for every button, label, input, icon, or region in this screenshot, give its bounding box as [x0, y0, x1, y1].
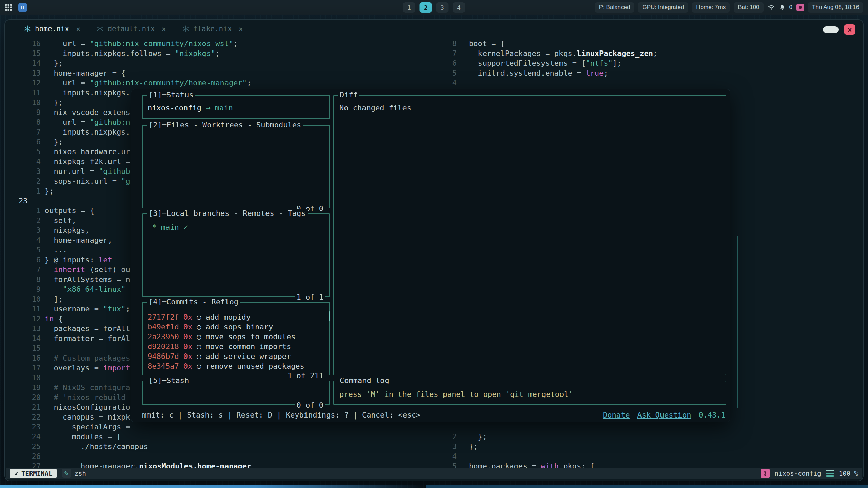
editor-pane-right-bottom[interactable]: 2 };3};45home.packages = with pkgs; [: [442, 432, 595, 471]
commit-row[interactable]: b49ef1d0x○add sops binary: [147, 322, 329, 332]
line-number: 7: [12, 127, 41, 137]
pin-toggle[interactable]: [823, 26, 839, 33]
status-chips: P: BalancedGPU: IntegratedHome: 7msBat: …: [595, 2, 764, 13]
commit-graph-icon: ○: [197, 342, 201, 351]
tab-close-icon[interactable]: ×: [161, 25, 166, 33]
line-number: 22: [12, 412, 41, 422]
lazygit-branches-panel[interactable]: [3]─Local branches - Remotes - Tags * ma…: [142, 214, 330, 297]
status-chip[interactable]: P: Balanced: [595, 2, 634, 13]
code-line[interactable]: 3};: [442, 442, 595, 451]
commit-row[interactable]: 2717f2f0x○add mopidy: [147, 312, 329, 322]
workspace-button-4[interactable]: 4: [453, 2, 465, 13]
status-chip[interactable]: Bat: 100: [734, 2, 763, 13]
list-icon[interactable]: [826, 470, 834, 477]
line-number: 8: [442, 39, 457, 48]
wifi-icon[interactable]: [768, 4, 775, 11]
tab-label: home.nix: [35, 25, 69, 33]
commit-row[interactable]: 8e345a70x○remove unused packages: [147, 361, 329, 371]
code-line[interactable]: 26: [12, 451, 251, 461]
commit-hash: 8e345a7: [147, 362, 179, 370]
code-line[interactable]: 12 url = "github:nix-community/home-mana…: [12, 78, 251, 88]
scrollbar-thumb[interactable]: [329, 311, 330, 321]
shell-label: zsh: [75, 470, 86, 477]
editor-scrollbar[interactable]: [737, 236, 738, 408]
line-number: 5: [12, 147, 41, 157]
line-number: 7: [12, 265, 41, 274]
lazygit-keybar: mmit: c | Stash: s | Reset: D | Keybindi…: [142, 411, 726, 419]
line-number: 10: [12, 98, 41, 107]
color-picker-icon[interactable]: [796, 4, 804, 11]
line-number: 4: [442, 451, 457, 461]
code-line[interactable]: 16 url = "github:nix-community/nixos-wsl…: [12, 39, 251, 48]
line-number: 15: [12, 48, 41, 58]
tab-close-icon[interactable]: ×: [239, 25, 243, 33]
commit-author: 0x: [183, 342, 193, 351]
code-line[interactable]: 5 initrd.systemd.enable = true;: [442, 68, 657, 78]
code-line[interactable]: 23 specialArgs =: [12, 422, 251, 432]
line-number: 14: [12, 333, 41, 343]
tab-default.nix[interactable]: default.nix×: [88, 20, 174, 38]
lazygit-command-log-panel[interactable]: Command log press 'M' in the files panel…: [333, 381, 726, 405]
keybindings-hint: mmit: c | Stash: s | Reset: D | Keybindi…: [142, 411, 420, 419]
code-line[interactable]: 6 supportedFilesystems = ["ntfs"];: [442, 58, 657, 68]
tab-home.nix[interactable]: home.nix×: [16, 20, 88, 38]
commit-message: add sops binary: [205, 323, 273, 331]
line-number: 13: [12, 324, 41, 333]
lazygit-status-panel[interactable]: [1]─Status nixos-config → main: [142, 95, 330, 119]
code-line[interactable]: 25 ./hosts/canopus: [12, 442, 251, 451]
status-chip[interactable]: Home: 7ms: [692, 2, 730, 13]
line-number: 21: [12, 402, 41, 412]
commit-hash: b49ef1d: [147, 323, 179, 331]
lazygit-commits-panel[interactable]: [4]─Commits - Reflog 2717f2f0x○add mopid…: [142, 302, 330, 375]
commit-row[interactable]: 2a239500x○move sops to modules: [147, 332, 329, 342]
code-line[interactable]: 24 modules = [: [12, 432, 251, 442]
commit-message: move sops to modules: [205, 332, 295, 341]
lazygit-files-panel[interactable]: [2]─Files - Worktrees - Submodules 0 of …: [142, 125, 330, 208]
workspace-button-1[interactable]: 1: [403, 2, 415, 13]
code-line[interactable]: 8boot = {: [442, 39, 657, 48]
line-number: 9: [12, 107, 41, 117]
tab-close-icon[interactable]: ×: [76, 25, 80, 33]
panel-title: [1]─Status: [147, 90, 195, 99]
window-close-button[interactable]: ×: [844, 24, 855, 35]
clock[interactable]: Thu Aug 08, 18:16: [808, 2, 863, 13]
nix-snowflake-icon: [97, 25, 103, 32]
panel-title: Diff: [338, 90, 359, 99]
ask-question-link[interactable]: Ask Question: [637, 411, 691, 419]
line-number: 6: [442, 58, 457, 68]
tab-flake.nix[interactable]: flake.nix×: [174, 20, 251, 38]
commit-author: 0x: [183, 313, 193, 321]
donate-link[interactable]: Donate: [603, 411, 630, 419]
code-line[interactable]: 7 kernelPackages = pkgs.linuxPackages_ze…: [442, 48, 657, 58]
code-line[interactable]: 2 };: [442, 432, 595, 442]
tab-label: default.nix: [107, 25, 155, 33]
commit-graph-icon: ○: [197, 352, 201, 361]
commit-hash: 9486b7d: [147, 352, 179, 361]
commit-hash: d920218: [147, 342, 179, 351]
code-line[interactable]: 15 inputs.nixpkgs.follows = "nixpkgs";: [12, 48, 251, 58]
workspace-button-2[interactable]: 2: [420, 2, 432, 13]
apps-grid-icon[interactable]: [5, 4, 12, 11]
commit-row[interactable]: d9202180x○move common imports: [147, 342, 329, 351]
lazygit-diff-panel[interactable]: Diff No changed files: [333, 95, 726, 375]
status-chip[interactable]: GPU: Integrated: [638, 2, 688, 13]
mode-badge: TERMINAL: [10, 469, 57, 478]
line-number: 5: [442, 68, 457, 78]
line-number: 4: [12, 157, 41, 166]
app-launcher-icon[interactable]: [18, 3, 27, 12]
shell-pane-tab[interactable]: ✎ zsh: [62, 469, 86, 478]
code-line[interactable]: 14 };: [12, 58, 251, 68]
code-line[interactable]: 13 home-manager = {: [12, 68, 251, 78]
notification-bell-icon[interactable]: [779, 4, 785, 11]
lazygit-popup: [1]─Status nixos-config → main [2]─Files…: [131, 89, 730, 422]
code-line[interactable]: 4: [442, 451, 595, 461]
commit-row[interactable]: 9486b7d0x○add service-wrapper: [147, 351, 329, 361]
workspace-button-3[interactable]: 3: [436, 2, 449, 13]
lazygit-stash-panel[interactable]: [5]─Stash 0 of 0: [142, 381, 330, 405]
code-line[interactable]: 4: [442, 78, 657, 88]
editor-pane-right[interactable]: 8boot = {7 kernelPackages = pkgs.linuxPa…: [442, 39, 657, 88]
commit-graph-icon: ○: [197, 332, 201, 341]
line-number: 16: [12, 39, 41, 48]
line-number: 12: [12, 78, 41, 88]
commit-graph-icon: ○: [197, 362, 201, 370]
